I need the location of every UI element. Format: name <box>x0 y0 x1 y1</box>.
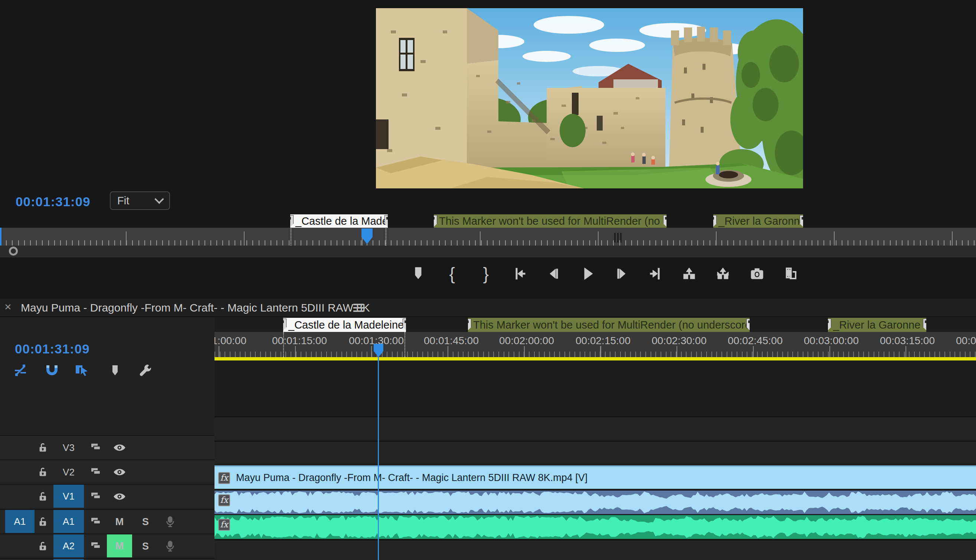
timeline-tracks-area[interactable]: _Castle de la Madeleine This Marker won'… <box>214 317 976 560</box>
transport-controls: { } <box>409 263 800 284</box>
extract-button[interactable] <box>714 265 732 283</box>
track-v1-badge-selected[interactable]: V1 <box>53 485 84 508</box>
track-header-v1: V1 <box>0 484 214 508</box>
step-forward-button[interactable] <box>613 265 630 283</box>
track-a1-badge[interactable]: A1 <box>53 510 84 533</box>
marker-text: _Castle de la Madel <box>296 215 388 227</box>
work-area-bar[interactable] <box>214 357 976 360</box>
sequence-title[interactable]: Mayu Puma - Dragonfly -From M- Craft- - … <box>21 302 370 314</box>
clip-markers-cluster-icon <box>614 233 622 243</box>
toggle-track-output-eye-icon[interactable] <box>112 490 127 503</box>
track-label: V1 <box>63 491 75 502</box>
mute-button[interactable]: M <box>112 510 127 534</box>
lock-icon[interactable] <box>36 441 50 454</box>
timeline-ruler[interactable]: 00:01:00:00 00:01:15:00 00:01:30:00 00:0… <box>214 332 976 357</box>
timeline-playhead-line[interactable] <box>378 356 379 560</box>
sync-lock-icon[interactable] <box>89 515 102 528</box>
video-clip-v1[interactable]: fx Mayu Puma - Dragonfly -From M- Craft-… <box>214 465 976 489</box>
play-button[interactable] <box>578 265 597 283</box>
track-label: V3 <box>63 442 75 453</box>
track-v3-bed[interactable] <box>214 417 976 440</box>
zoom-scroll-handle[interactable] <box>9 247 18 255</box>
source-patch-label: A1 <box>14 516 26 527</box>
mute-button-active[interactable]: M <box>107 534 132 557</box>
linked-selection-icon[interactable] <box>74 362 90 378</box>
audio-clip-a1[interactable]: fx <box>214 491 976 514</box>
monitor-marker-river[interactable]: _River la Garonn <box>713 214 803 228</box>
lock-icon[interactable] <box>36 490 50 503</box>
mark-out-glyph: } <box>483 265 489 283</box>
track-v2-badge[interactable]: V2 <box>53 460 84 484</box>
lift-button[interactable] <box>680 265 698 283</box>
audio-clip-a2[interactable]: fx <box>214 515 976 539</box>
sync-lock-icon[interactable] <box>89 490 102 503</box>
lock-icon[interactable] <box>36 465 50 479</box>
marker-flag-icon <box>923 318 926 330</box>
ruler-tick-label: 00:01:45:00 <box>410 335 492 347</box>
panel-menu-icon[interactable] <box>353 304 364 305</box>
track-label: V2 <box>63 467 75 478</box>
monitor-marker-multirender[interactable]: This Marker won't be used for MultiRende… <box>434 214 667 228</box>
add-marker-button[interactable] <box>409 265 427 283</box>
go-to-out-button[interactable] <box>647 265 664 283</box>
mark-in-glyph: { <box>450 265 455 283</box>
marker-flag-icon <box>434 215 437 227</box>
mark-out-button[interactable]: } <box>477 265 495 283</box>
snap-magnet-icon[interactable] <box>44 362 60 378</box>
ruler-tick-label: 00:02:15:00 <box>562 335 644 347</box>
export-frame-button[interactable] <box>748 265 766 283</box>
program-timecode[interactable]: 00:01:31:09 <box>15 194 90 209</box>
solo-button[interactable]: S <box>138 510 153 534</box>
ruler-tick-label: 00:03:15:00 <box>867 335 948 347</box>
timeline-marker-river[interactable]: _River la Garonne <box>828 318 926 332</box>
toggle-track-output-eye-icon[interactable] <box>112 441 127 454</box>
marker-flag-icon <box>800 215 803 227</box>
marker-inpoint-guide <box>291 227 291 245</box>
castle-scene <box>376 8 803 188</box>
fx-badge[interactable]: fx <box>218 472 230 484</box>
track-v2-bed[interactable] <box>214 441 976 465</box>
solo-label: S <box>142 516 149 528</box>
step-back-button[interactable] <box>545 265 563 283</box>
fx-badge[interactable]: fx <box>218 519 230 531</box>
monitor-zoom-scrollbar[interactable] <box>0 245 976 257</box>
close-panel-button[interactable]: × <box>5 300 12 314</box>
timeline-timecode[interactable]: 00:01:31:09 <box>15 342 90 357</box>
sync-lock-icon[interactable] <box>89 465 102 479</box>
voiceover-mic-icon[interactable] <box>162 514 177 529</box>
toggle-track-output-eye-icon[interactable] <box>112 465 127 479</box>
marker-flag-icon <box>828 318 831 330</box>
button-editor-icon[interactable] <box>782 265 800 283</box>
mark-in-button[interactable]: { <box>443 265 461 283</box>
monitor-mini-timeline[interactable] <box>0 228 976 245</box>
lock-icon[interactable] <box>36 515 50 528</box>
track-v3-badge[interactable]: V3 <box>53 436 84 460</box>
voiceover-mic-icon[interactable] <box>162 539 177 554</box>
fx-badge[interactable]: fx <box>218 494 230 506</box>
go-to-in-button[interactable] <box>511 265 529 283</box>
solo-button[interactable]: S <box>138 534 153 558</box>
zoom-level-select[interactable]: Fit <box>110 192 170 210</box>
source-patch-a1-badge[interactable]: A1 <box>5 510 35 533</box>
ruler-tick-label: 00:01:00:00 <box>214 335 260 347</box>
chevron-down-icon <box>154 194 164 203</box>
ruler-tick-label: 00:02:30:00 <box>638 335 720 347</box>
sync-lock-icon[interactable] <box>89 540 102 553</box>
track-header-a3: A3 M S <box>0 558 214 560</box>
timeline-marker-multirender[interactable]: This Marker won't be used for MultiRende… <box>468 318 750 332</box>
timeline-add-marker-icon[interactable] <box>107 362 123 378</box>
marker-flag-icon <box>290 215 294 227</box>
mute-label: M <box>115 516 124 528</box>
nest-sequences-icon[interactable] <box>12 362 28 378</box>
ruler-tick-label: 00:01:15:00 <box>259 335 340 347</box>
timeline-settings-wrench-icon[interactable] <box>138 362 154 378</box>
track-a3-bed[interactable] <box>214 540 976 560</box>
track-header-a1: A1 A1 M S <box>0 509 214 533</box>
track-a2-badge[interactable]: A2 <box>53 534 84 557</box>
sync-lock-icon[interactable] <box>89 441 102 454</box>
lock-icon[interactable] <box>36 540 50 553</box>
timeline-marker-castle[interactable]: _Castle de la Madeleine <box>283 318 406 332</box>
monitor-marker-castle[interactable]: _Castle de la Madel <box>290 214 388 228</box>
track-header-v2: V2 <box>0 460 214 483</box>
marker-flag-icon <box>468 318 471 330</box>
